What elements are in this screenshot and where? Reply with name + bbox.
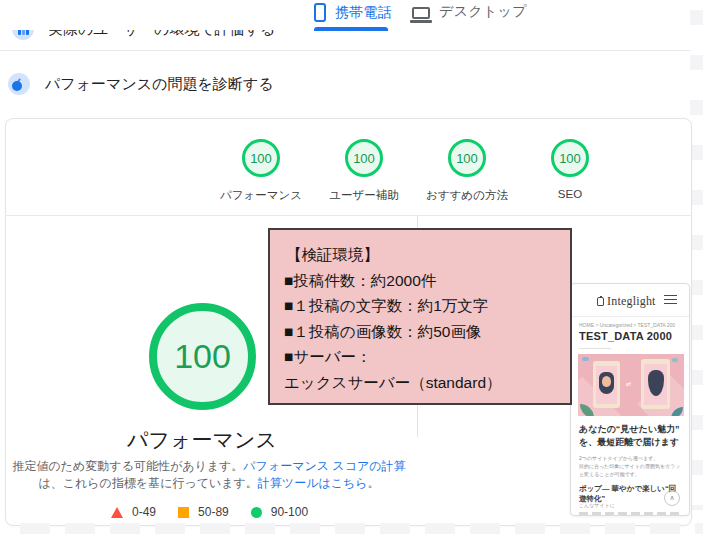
phone-frame-illustration (593, 361, 620, 408)
thumbnail-caption: こんなサイトに (579, 502, 615, 508)
category-label-accessibility[interactable]: ユーザー補助 (309, 188, 419, 203)
score-gauge-seo[interactable]: 100 (551, 139, 589, 177)
phone-icon (314, 3, 326, 22)
annotation-line: ■１投稿の画像数：約50画像 (284, 319, 560, 345)
thumbnail-site-header: Integlight (571, 284, 689, 315)
scroll-top-button[interactable]: ∧ (664, 490, 680, 506)
divider (571, 316, 689, 317)
score-calc-link[interactable]: パフォーマンス スコアの計算 (243, 459, 405, 473)
field-data-title: 実際のユーザーの環境で評価する (48, 30, 275, 39)
swap-arrows: ⇄ (626, 380, 631, 387)
tab-mobile-label: 携帯電話 (335, 4, 392, 22)
thumbnail-footer-placeholder (579, 512, 683, 515)
bar-chart-icon (12, 30, 34, 40)
divider (5, 215, 692, 216)
lamp-icon (597, 297, 604, 306)
green-circle-icon (251, 507, 262, 518)
annotation-line: エックスサーバー（standard） (284, 370, 560, 396)
thumbnail-body-line1: 2つのサイトタイプから選べます。 (579, 455, 658, 461)
thumbnail-post-meta: ────────── (579, 346, 611, 351)
tab-mobile[interactable]: 携帯電話 (314, 3, 392, 22)
hamburger-menu-icon (664, 295, 677, 304)
thumbnail-headline: あなたの“見せたい魅力”を、最短距離で届けます (579, 423, 683, 449)
score-gauge-best-practices[interactable]: 100 (448, 139, 486, 177)
annotation-line: ■１投稿の文字数：約1万文字 (284, 293, 560, 319)
site-logo: Integlight (597, 294, 656, 309)
category-label-best-practices[interactable]: おすすめの方法 (412, 188, 522, 203)
legend-item-poor: 0-49 (111, 505, 156, 519)
laptop-icon (412, 7, 430, 19)
score-gauge-accessibility[interactable]: 100 (345, 139, 383, 177)
disclaimer-text-1: 推定値のため変動する可能性があります。 (13, 459, 244, 473)
phone-frame-illustration (641, 359, 670, 409)
legend-range-poor: 0-49 (132, 505, 156, 519)
red-triangle-icon (111, 507, 123, 518)
site-screenshot-thumbnail[interactable]: Integlight HOME > Uncategorized > TEST_D… (570, 283, 690, 516)
hero-illustration: ⇄ (578, 354, 684, 416)
annotation-line: ■サーバー： (284, 344, 560, 370)
diagnose-section-header: パフォーマンスの問題を診断する (8, 73, 274, 95)
diagnose-title: パフォーマンスの問題を診断する (45, 75, 274, 94)
divider (0, 50, 691, 51)
score-legend: 0-49 50-89 90-100 (111, 505, 308, 519)
thumbnail-post-title: TEST_DATA 2000 (579, 330, 672, 342)
performance-disclaimer: 推定値のため変動する可能性があります。パフォーマンス スコアの計算は、これらの指… (8, 458, 410, 492)
legend-item-average: 50-89 (178, 505, 229, 519)
legend-range-average: 50-89 (198, 505, 229, 519)
thumbnail-body-text: 2つのサイトタイプから選べます。 目的に合った印象にサイトの雰囲気をガラッと変え… (579, 454, 681, 478)
legend-item-good: 90-100 (251, 505, 308, 519)
annotation-line: ■投稿件数：約2000件 (284, 268, 560, 294)
speedometer-icon (8, 73, 30, 95)
background-skeleton-bottom (20, 523, 703, 534)
category-label-seo[interactable]: SEO (515, 188, 625, 200)
calculator-link[interactable]: 計算ツールはこちら。 (258, 476, 380, 490)
category-label-performance[interactable]: パフォーマンス (206, 188, 316, 203)
test-environment-annotation: 【検証環境】 ■投稿件数：約2000件 ■１投稿の文字数：約1万文字 ■１投稿の… (268, 228, 572, 405)
thumbnail-body-line2: 目的に合った印象にサイトの雰囲気をガラッと変えることが可能です。 (579, 463, 680, 477)
performance-section-label: パフォーマンス (102, 426, 302, 454)
orange-square-icon (178, 507, 189, 518)
tab-desktop[interactable]: デスクトップ (412, 3, 527, 21)
cloud-shape (672, 358, 678, 362)
site-name: Integlight (607, 294, 656, 309)
performance-score-gauge: 100 (149, 303, 256, 410)
score-gauge-performance[interactable]: 100 (242, 139, 280, 177)
thumbnail-breadcrumb: HOME > Uncategorized > TEST_DATA 200 (579, 322, 675, 328)
annotation-title: 【検証環境】 (284, 242, 560, 268)
legend-range-good: 90-100 (271, 505, 308, 519)
disclaimer-text-2: は、これらの指標を基に行っています。 (38, 476, 257, 490)
pagespeed-results-page: 携帯電話 デスクトップ 実際のユーザーの環境で評価する パフォーマンスの問題を診… (0, 0, 703, 534)
tab-desktop-label: デスクトップ (439, 3, 527, 21)
cloud-shape (582, 357, 589, 361)
field-data-section-clipped: 実際のユーザーの環境で評価する (12, 30, 432, 45)
